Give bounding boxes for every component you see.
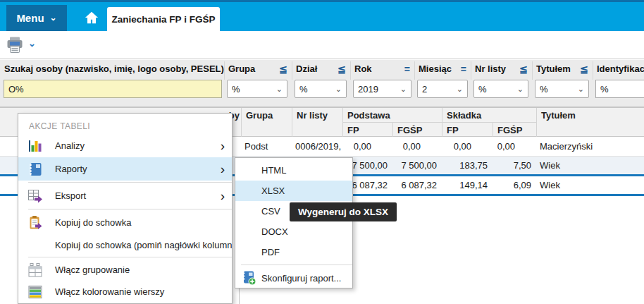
- chevron-down-icon: ⌄: [335, 85, 342, 94]
- column-header-tytulem[interactable]: Tytułem: [537, 108, 644, 137]
- menu-item-label: Kopiuj do schowka: [55, 217, 131, 228]
- column-header-podstawa[interactable]: Podstawa: [343, 108, 442, 123]
- filter-label-miesiac: Miesiąc: [419, 63, 452, 75]
- column-header-grupa[interactable]: Grupa: [242, 108, 292, 137]
- print-options-dropdown[interactable]: ⌄: [28, 38, 36, 49]
- menu-item-label: Analizy: [55, 140, 85, 151]
- miesiac-select[interactable]: 2⌄: [417, 80, 468, 98]
- submenu-item-pdf[interactable]: PDF: [235, 242, 352, 262]
- filter-label-identyfikator: Identyfikac: [597, 63, 644, 74]
- dzial-select-value: %: [299, 84, 335, 95]
- column-header-podstawa-fgsp[interactable]: FGŚP: [393, 123, 442, 137]
- filter-label-rok: Rok: [354, 63, 372, 75]
- submenu-item-label: CSV: [261, 206, 280, 217]
- identyfikator-input[interactable]: [595, 80, 644, 98]
- cell-tytulem: Wiek: [537, 157, 644, 174]
- cell-skladka-fp: 183,75: [442, 157, 493, 174]
- nrlisty-select[interactable]: %⌄: [473, 80, 528, 98]
- print-button[interactable]: [6, 36, 24, 54]
- cell-podstawa-fgsp: 0,00: [393, 137, 442, 156]
- submenu-item-xlsx[interactable]: XLSX: [235, 181, 352, 201]
- menu-item-kopiuj-do-schowka[interactable]: Kopiuj do schowka: [18, 211, 232, 234]
- submenu-item-label: HTML: [261, 165, 286, 176]
- column-header-tytulem-label: Tytułem: [541, 110, 576, 121]
- menu-item-wlacz-kolorowanie[interactable]: Włącz kolorowanie wierszy: [18, 281, 232, 303]
- notebook-icon: [27, 161, 44, 178]
- menu-item-label: Eksport: [55, 190, 86, 201]
- menu-separator: [28, 182, 232, 183]
- chevron-down-icon: ⌄: [276, 85, 283, 94]
- menu-item-label: Raporty: [55, 164, 87, 174]
- menu-item-wlacz-grupowanie[interactable]: Włącz grupowanie: [18, 259, 232, 281]
- tab-zaniechania[interactable]: Zaniechania FP i FGŚP: [107, 7, 220, 31]
- submenu-item-skonfiguruj-raport[interactable]: Skonfiguruj raport...: [235, 267, 352, 288]
- tab-title: Zaniechania FP i FGŚP: [112, 14, 216, 25]
- submenu-item-html[interactable]: HTML: [235, 160, 352, 181]
- menu-separator: [28, 257, 232, 257]
- column-header-skladka-fgsp[interactable]: FGŚP: [493, 123, 537, 137]
- filter-label-tytulem: Tytułem: [536, 63, 571, 75]
- filter-bar: Szukaj osoby (nazwisko, imię, logo osoby…: [0, 60, 644, 107]
- cell-skladka-fgsp: 0,00: [493, 137, 537, 156]
- chevron-down-icon: ⌄: [517, 85, 524, 94]
- column-header-grupa-label: Grupa: [246, 110, 273, 121]
- tytulem-select-value: %: [540, 84, 578, 95]
- chevron-down-icon: ⌄: [400, 85, 407, 94]
- menu-item-eksport[interactable]: Eksport ›: [18, 184, 232, 207]
- filter-label-grupa: Grupa: [228, 63, 255, 75]
- filter-label-dzial: Dział: [296, 63, 317, 75]
- clipboard-arrow-icon: [27, 214, 44, 231]
- cell-grupa: Podst: [242, 137, 292, 156]
- column-header-skladka[interactable]: Składka: [442, 108, 537, 123]
- chevron-down-icon: ⌄: [50, 13, 57, 23]
- filter-op-eq-icon[interactable]: =: [461, 63, 466, 75]
- cell-podstawa-fgsp: 6 087,32: [393, 176, 442, 194]
- subcolumn-label: FP: [447, 125, 459, 135]
- context-menu-section-title: AKCJE TABELI: [18, 117, 232, 134]
- filter-op-lte-icon[interactable]: ≦: [580, 63, 588, 75]
- nrlisty-select-value: %: [478, 84, 517, 95]
- filter-op-lte-icon[interactable]: ≦: [519, 63, 528, 75]
- grupa-select[interactable]: %⌄: [227, 80, 287, 98]
- toolbar: ⌄: [0, 31, 644, 59]
- submenu-item-label: Skonfiguruj raport...: [261, 273, 341, 284]
- menu-button[interactable]: Menu ⌄: [6, 5, 67, 31]
- miesiac-select-value: 2: [422, 84, 457, 95]
- column-header-podstawa-fp[interactable]: FP: [343, 123, 393, 137]
- tytulem-select[interactable]: %⌄: [535, 80, 589, 98]
- table-column-divider: [239, 288, 240, 304]
- submenu-item-label: XLSX: [261, 186, 285, 196]
- cell-podstawa-fgsp: 7 500,00: [393, 157, 442, 174]
- column-header-podstawa-label: Podstawa: [347, 110, 390, 121]
- cell-skladka-fp: 0,00: [442, 137, 493, 156]
- filter-op-lte-icon[interactable]: ≦: [338, 63, 346, 75]
- tooltip-text: Wygeneruj do XLSX: [298, 207, 388, 217]
- menu-item-raporty[interactable]: Raporty ›: [18, 157, 232, 181]
- filter-label-nrlisty: Nr listy: [475, 63, 506, 75]
- menu-item-label: Włącz grupowanie: [55, 265, 130, 275]
- column-header-nrlisty[interactable]: Nr listy: [292, 108, 343, 137]
- colored-rows-icon: [27, 284, 44, 300]
- column-header-skladka-fp[interactable]: FP: [442, 123, 493, 137]
- submenu-item-label: DOCX: [261, 226, 288, 237]
- top-navigation-bar: Menu ⌄ Zaniechania FP i FGŚP: [0, 2, 644, 31]
- table-export-icon: [27, 188, 44, 205]
- search-input[interactable]: [4, 80, 222, 98]
- dzial-select[interactable]: %⌄: [295, 80, 347, 98]
- menu-separator: [28, 209, 232, 209]
- menu-item-kopiuj-bez-naglowkow[interactable]: Kopiuj do schowka (pomiń nagłówki kolumn…: [18, 234, 232, 255]
- rok-select-value: 2019: [358, 84, 400, 95]
- menu-item-analizy[interactable]: Analizy ›: [18, 134, 232, 157]
- home-button[interactable]: [82, 8, 101, 27]
- menu-item-label: Kopiuj do schowka (pomiń nagłówki kolumn…: [55, 240, 233, 250]
- menu-item-label: Włącz kolorowanie wierszy: [55, 286, 164, 297]
- xlsx-tooltip: Wygeneruj do XLSX: [290, 202, 397, 221]
- rok-select[interactable]: 2019⌄: [353, 80, 411, 98]
- submenu-arrow-icon: ›: [221, 189, 225, 202]
- filter-op-eq-icon[interactable]: =: [404, 63, 410, 75]
- cell-nrlisty: 0006/2019,: [292, 137, 343, 156]
- submenu-item-docx[interactable]: DOCX: [235, 221, 352, 242]
- no-icon: [27, 236, 44, 253]
- filter-op-lte-icon[interactable]: ≦: [279, 63, 287, 75]
- column-header-skladka-label: Składka: [447, 110, 481, 121]
